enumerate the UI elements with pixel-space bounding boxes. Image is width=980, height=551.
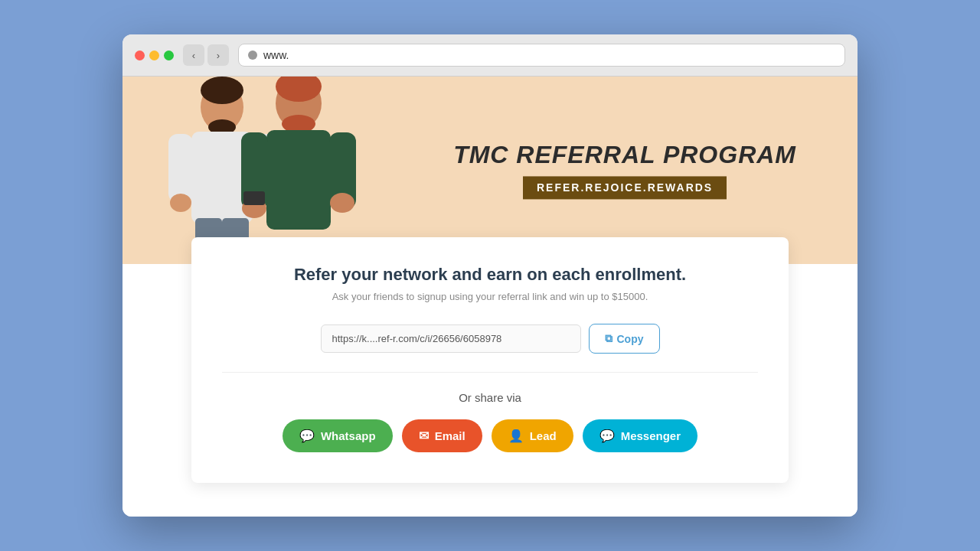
hero-title: TMC REFERRAL PROGRAM <box>453 142 796 168</box>
email-icon: ✉ <box>419 429 429 443</box>
hero-subtitle-box: REFER.REJOICE.REWARDS <box>523 176 727 199</box>
traffic-lights <box>135 51 174 60</box>
close-button[interactable] <box>135 51 145 60</box>
browser-content: TMC REFERRAL PROGRAM REFER.REJOICE.REWAR… <box>122 77 858 517</box>
svg-rect-18 <box>243 191 265 205</box>
lead-button[interactable]: 👤 Lead <box>492 419 573 452</box>
messenger-label: Messenger <box>621 429 681 442</box>
forward-button[interactable]: › <box>207 44 229 66</box>
share-buttons: 💬 Whatsapp ✉ Email 👤 Lead 💬 Messenger <box>222 419 758 452</box>
lead-icon: 👤 <box>508 429 524 443</box>
card-title: Refer your network and earn on each enro… <box>222 265 758 285</box>
copy-label: Copy <box>617 333 644 345</box>
divider <box>222 372 758 373</box>
copy-button[interactable]: ⧉ Copy <box>589 324 660 354</box>
referral-link-input[interactable] <box>321 324 581 353</box>
hero-text-area: TMC REFERRAL PROGRAM REFER.REJOICE.REWAR… <box>453 142 796 199</box>
nav-buttons: ‹ › <box>183 44 229 66</box>
people-illustration <box>122 77 398 264</box>
email-button[interactable]: ✉ Email <box>402 419 482 452</box>
copy-icon: ⧉ <box>605 332 612 345</box>
whatsapp-label: Whatsapp <box>321 429 376 442</box>
browser-window: ‹ › www. <box>122 34 858 517</box>
svg-point-1 <box>201 77 243 104</box>
address-text: www. <box>263 49 289 61</box>
maximize-button[interactable] <box>164 51 174 60</box>
browser-chrome: ‹ › www. <box>122 34 858 77</box>
referral-link-row: ⧉ Copy <box>222 324 758 354</box>
back-button[interactable]: ‹ <box>183 44 204 66</box>
svg-rect-13 <box>266 130 331 230</box>
address-bar[interactable]: www. <box>238 44 845 67</box>
whatsapp-icon: 💬 <box>299 429 315 443</box>
messenger-icon: 💬 <box>599 429 615 443</box>
email-label: Email <box>435 429 466 442</box>
security-icon <box>248 51 257 60</box>
hero-subtitle-text: REFER.REJOICE.REWARDS <box>537 181 713 194</box>
svg-rect-4 <box>168 134 193 203</box>
hero-banner: TMC REFERRAL PROGRAM REFER.REJOICE.REWAR… <box>122 77 858 264</box>
card-subtitle: Ask your friends to signup using your re… <box>222 291 758 302</box>
whatsapp-button[interactable]: 💬 Whatsapp <box>283 419 393 452</box>
content-card: Refer your network and earn on each enro… <box>191 237 789 483</box>
minimize-button[interactable] <box>149 51 159 60</box>
lead-label: Lead <box>530 429 557 442</box>
messenger-button[interactable]: 💬 Messenger <box>583 419 697 452</box>
share-via-label: Or share via <box>222 391 758 404</box>
svg-point-6 <box>170 194 191 212</box>
svg-point-17 <box>330 193 354 213</box>
